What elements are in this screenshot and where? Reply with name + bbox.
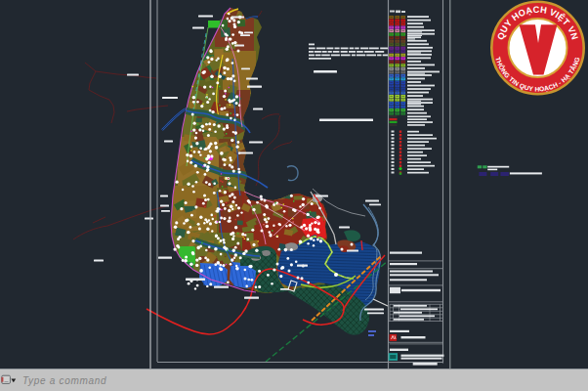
svg-text:Type a command: Type a command [22,375,106,386]
